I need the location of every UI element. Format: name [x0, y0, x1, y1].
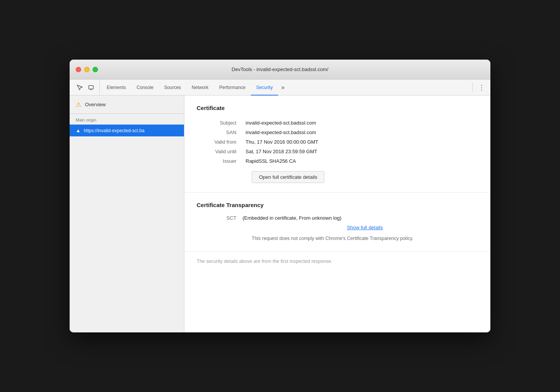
- toolbar-spacer: [288, 79, 471, 95]
- cert-subject-value: invalid-expected-sct.badssl.com: [243, 118, 478, 128]
- cert-subject-row: Subject invalid-expected-sct.badssl.com: [197, 118, 478, 128]
- cert-valid-until-row: Valid until Sat, 17 Nov 2018 23:59:59 GM…: [197, 147, 478, 156]
- more-tabs-button[interactable]: »: [278, 79, 288, 95]
- cert-valid-until-label: Valid until: [197, 147, 243, 156]
- origin-url: https://invalid-expected-sct.ba: [84, 128, 145, 133]
- sct-value: (Embedded in certificate, From unknown l…: [243, 215, 342, 221]
- maximize-button[interactable]: [93, 67, 98, 72]
- cert-issuer-label: Issuer: [197, 156, 243, 166]
- tab-performance[interactable]: Performance: [214, 80, 251, 96]
- transparency-section: Certificate Transparency SCT (Embedded i…: [184, 193, 490, 252]
- sct-label: SCT: [197, 215, 243, 221]
- main-origin-header: Main origin: [70, 114, 184, 125]
- minimize-button[interactable]: [84, 67, 90, 72]
- sidebar-overview[interactable]: ⚠ Overview: [70, 96, 184, 114]
- certificate-table: Subject invalid-expected-sct.badssl.com …: [197, 118, 478, 166]
- certificate-section: Certificate Subject invalid-expected-sct…: [184, 96, 490, 193]
- open-certificate-button[interactable]: Open full certificate details: [252, 171, 324, 183]
- devtools-window: DevTools - invalid-expected-sct.badssl.c…: [70, 60, 490, 332]
- tab-network[interactable]: Network: [186, 80, 214, 96]
- title-bar: DevTools - invalid-expected-sct.badssl.c…: [70, 60, 490, 79]
- window-title: DevTools - invalid-expected-sct.badssl.c…: [232, 66, 329, 72]
- toolbar-icons: [71, 79, 100, 95]
- overview-label: Overview: [85, 102, 106, 107]
- cert-issuer-value: RapidSSL SHA256 CA: [243, 156, 478, 166]
- cert-valid-from-value: Thu, 17 Nov 2016 00:00:00 GMT: [243, 137, 478, 147]
- main-area: ⚠ Overview Main origin ▲ https://invalid…: [70, 96, 490, 332]
- policy-warning: This request does not comply with Chrome…: [252, 235, 478, 242]
- tab-console[interactable]: Console: [131, 80, 159, 96]
- show-full-details-link[interactable]: Show full details: [252, 225, 478, 230]
- more-options-button[interactable]: ⋮: [474, 79, 489, 95]
- close-button[interactable]: [76, 67, 81, 72]
- origin-warning-icon: ▲: [76, 128, 81, 133]
- transparency-title: Certificate Transparency: [197, 202, 478, 208]
- sidebar: ⚠ Overview Main origin ▲ https://invalid…: [70, 96, 184, 332]
- cert-valid-from-row: Valid from Thu, 17 Nov 2016 00:00:00 GMT: [197, 137, 478, 147]
- tab-sources[interactable]: Sources: [159, 80, 186, 96]
- cert-subject-label: Subject: [197, 118, 243, 128]
- cert-valid-from-label: Valid from: [197, 137, 243, 147]
- tab-elements[interactable]: Elements: [101, 80, 131, 96]
- device-icon[interactable]: [86, 82, 96, 93]
- certificate-title: Certificate: [197, 105, 478, 111]
- footer-note: The security details above are from the …: [184, 252, 490, 271]
- inspect-icon[interactable]: [74, 82, 85, 93]
- toolbar-separator: [472, 83, 473, 92]
- content-pane: Certificate Subject invalid-expected-sct…: [184, 96, 490, 332]
- cert-issuer-row: Issuer RapidSSL SHA256 CA: [197, 156, 478, 166]
- toolbar: Elements Console Sources Network Perform…: [70, 79, 490, 96]
- cert-valid-until-value: Sat, 17 Nov 2018 23:59:59 GMT: [243, 147, 478, 156]
- warning-icon: ⚠: [76, 101, 81, 108]
- cert-san-label: SAN: [197, 128, 243, 137]
- cert-san-row: SAN invalid-expected-sct.badssl.com: [197, 128, 478, 137]
- traffic-lights: [76, 67, 98, 72]
- origin-item[interactable]: ▲ https://invalid-expected-sct.ba: [70, 125, 184, 136]
- tab-security[interactable]: Security: [251, 80, 278, 96]
- svg-rect-1: [90, 89, 92, 90]
- svg-rect-0: [89, 86, 93, 89]
- cert-san-value: invalid-expected-sct.badssl.com: [243, 128, 478, 137]
- sct-row: SCT (Embedded in certificate, From unkno…: [197, 215, 478, 221]
